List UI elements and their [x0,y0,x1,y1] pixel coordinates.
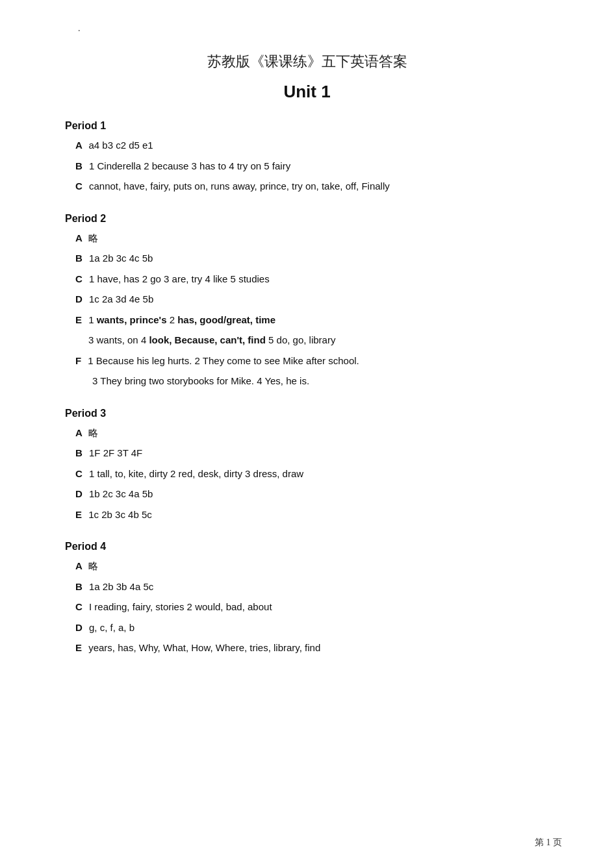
answer-line: E 1c 2b 3c 4b 5c [65,506,549,523]
answer-label: C [75,468,85,479]
answer-line: A 略 [65,558,549,575]
dot-decoration: · [78,26,81,36]
period-section: Period 3A 略B 1F 2F 3T 4FC 1 tall, to, ki… [65,408,549,523]
answer-label: E [75,509,84,520]
answer-text: 3 They bring two storybooks for Mike. 4 … [92,375,309,386]
answer-line: 3 They bring two storybooks for Mike. 4 … [65,373,549,390]
answer-text: I reading, fairy, stories 2 would, bad, … [89,601,272,612]
answer-label: C [75,273,85,284]
answer-label: D [75,488,85,499]
answer-label: D [75,622,85,633]
unit-title: Unit 1 [65,82,549,102]
answer-text: 1b 2c 3c 4a 5b [89,488,153,499]
answer-label: A [75,560,84,571]
page-number: 第 1 页 [535,837,562,849]
answer-label: D [75,293,85,304]
period-section: Period 1A a4 b3 c2 d5 e1B 1 Cinderella 2… [65,120,549,195]
answer-text: years, has, Why, What, How, Where, tries… [88,642,320,653]
answer-text: 略 [88,560,98,571]
answer-line: 3 wants, on 4 look, Because, can't, find… [65,332,549,349]
answer-text: 1a 2b 3c 4c 5b [89,253,153,264]
answer-text: 1 have, has 2 go 3 are, try 4 like 5 stu… [89,273,270,284]
main-title: 苏教版《课课练》五下英语答案 [65,52,549,71]
answer-text: 1a 2b 3b 4a 5c [89,581,153,592]
answer-text: 1 tall, to, kite, dirty 2 red, desk, dir… [89,468,303,479]
period-label: Period 3 [65,408,549,419]
answer-line: F 1 Because his leg hurts. 2 They come t… [65,353,549,369]
answer-text: 1F 2F 3T 4F [89,447,142,458]
answer-text: cannot, have, fairy, puts on, runs away,… [89,180,390,192]
answer-label: C [75,601,85,612]
period-label: Period 2 [65,213,549,225]
answer-label: B [75,160,85,171]
answer-line: A a4 b3 c2 d5 e1 [65,137,549,154]
answer-text: 略 [88,232,98,243]
answer-text: 1c 2a 3d 4e 5b [89,293,153,304]
answer-line: B 1a 2b 3b 4a 5c [65,578,549,595]
period-label: Period 4 [65,541,549,552]
answer-line: D 1b 2c 3c 4a 5b [65,486,549,502]
answer-label: B [75,253,85,264]
answer-line: B 1a 2b 3c 4c 5b [65,250,549,267]
answer-line: E 1 wants, prince's 2 has, good/great, t… [65,312,549,329]
answer-label: F [75,355,84,366]
answer-line: A 略 [65,425,549,441]
answer-line: C 1 have, has 2 go 3 are, try 4 like 5 s… [65,271,549,288]
period-label: Period 1 [65,120,549,132]
answer-line: E years, has, Why, What, How, Where, tri… [65,639,549,656]
answer-text: g, c, f, a, b [89,622,134,633]
answer-text: 1 Because his leg hurts. 2 They come to … [88,355,359,366]
answer-label: C [75,180,85,192]
period-section: Period 2A 略B 1a 2b 3c 4c 5bC 1 have, has… [65,213,549,390]
answer-label: B [75,581,85,592]
answer-label: A [75,427,84,438]
answer-text: 1 Cinderella 2 because 3 has to 4 try on… [89,160,290,171]
answer-line: D g, c, f, a, b [65,619,549,636]
answer-label: A [75,140,84,151]
period-section: Period 4A 略B 1a 2b 3b 4a 5cC I reading, … [65,541,549,656]
answer-line: D 1c 2a 3d 4e 5b [65,291,549,308]
answer-label: B [75,447,85,458]
answer-label: A [75,232,84,243]
answer-line: C 1 tall, to, kite, dirty 2 red, desk, d… [65,465,549,482]
answer-text: a4 b3 c2 d5 e1 [88,140,153,151]
answer-text: 1c 2b 3c 4b 5c [88,509,152,520]
answer-line: B 1F 2F 3T 4F [65,445,549,462]
answer-text: 略 [88,427,98,438]
answer-line: B 1 Cinderella 2 because 3 has to 4 try … [65,158,549,175]
page: · 苏教版《课课练》五下英语答案 Unit 1 Period 1A a4 b3 … [0,0,614,868]
answer-label: E [75,642,84,653]
answer-line: A 略 [65,230,549,247]
answer-label: E [75,314,84,325]
periods-container: Period 1A a4 b3 c2 d5 e1B 1 Cinderella 2… [65,120,549,656]
answer-line: C cannot, have, fairy, puts on, runs awa… [65,178,549,195]
answer-line: C I reading, fairy, stories 2 would, bad… [65,599,549,615]
